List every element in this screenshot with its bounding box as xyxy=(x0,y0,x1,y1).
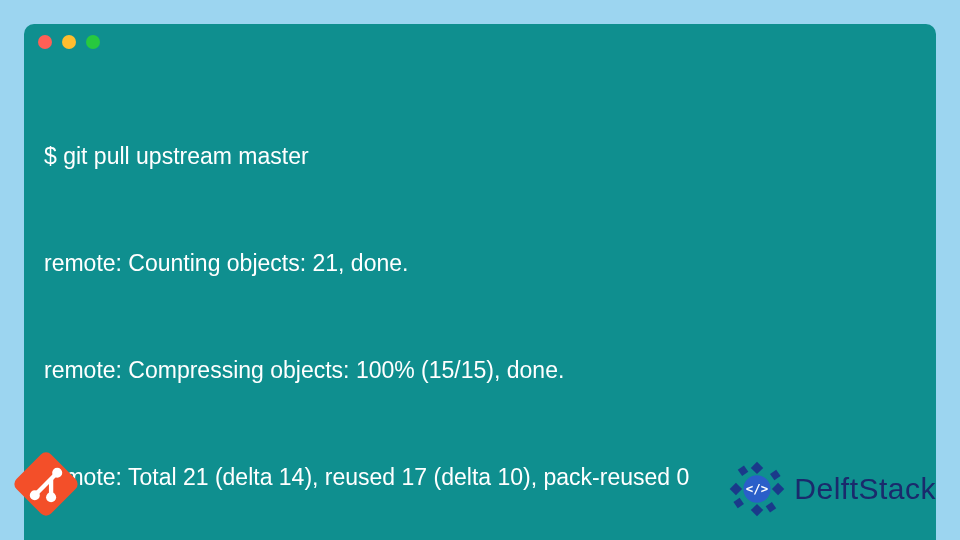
terminal-line: remote: Compressing objects: 100% (15/15… xyxy=(44,353,916,389)
minimize-icon[interactable] xyxy=(62,35,76,49)
delftstack-icon: </> xyxy=(726,458,788,520)
git-logo-container xyxy=(10,448,82,524)
delftstack-brand: </> DelftStack xyxy=(726,458,936,520)
window-titlebar xyxy=(24,24,936,60)
svg-text:</>: </> xyxy=(746,481,768,496)
maximize-icon[interactable] xyxy=(86,35,100,49)
git-icon xyxy=(10,448,82,520)
terminal-line: remote: Counting objects: 21, done. xyxy=(44,246,916,282)
brand-name: DelftStack xyxy=(794,472,936,506)
close-icon[interactable] xyxy=(38,35,52,49)
terminal-line: $ git pull upstream master xyxy=(44,139,916,175)
